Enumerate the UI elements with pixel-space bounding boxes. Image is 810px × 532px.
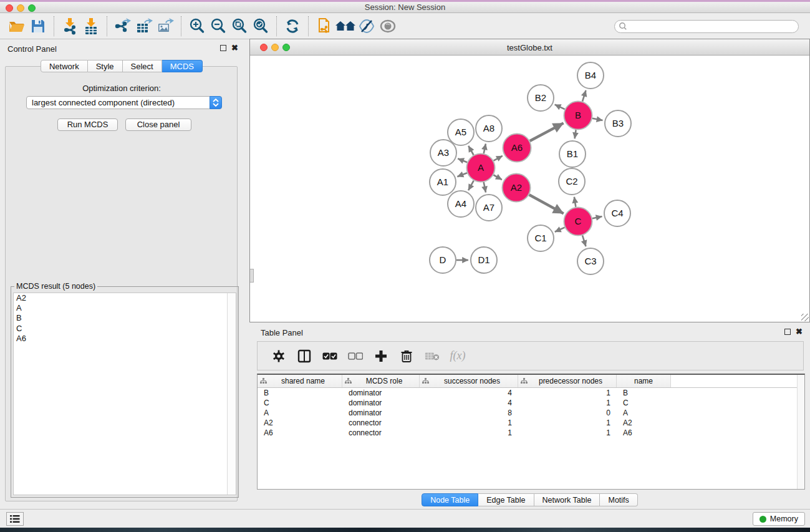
table-cell[interactable]: A2 [617,418,671,427]
show-graphics-button[interactable] [377,16,398,37]
graph-node-C[interactable]: C [564,208,592,236]
hide-labels-button[interactable] [356,16,377,37]
tab-select[interactable]: Select [123,60,162,72]
column-header-successor-nodes[interactable]: successor nodes [420,375,518,387]
table-cell[interactable]: A2 [258,418,342,427]
table-cell[interactable]: dominator [342,409,420,417]
table-cell[interactable]: 1 [518,418,617,427]
table-cell[interactable]: 1 [420,418,518,427]
tab-motifs[interactable]: Motifs [600,493,637,506]
graph-edge-C-C3[interactable] [582,235,586,246]
refresh-button[interactable] [282,16,303,37]
graph-node-A1[interactable]: A1 [430,169,456,195]
table-cell[interactable]: 1 [518,428,617,437]
graph-edge-A-A2[interactable] [493,175,501,180]
table-cell[interactable]: B [617,389,671,397]
mcds-result-item[interactable]: B [14,313,236,323]
graph-node-C3[interactable]: C3 [577,248,604,274]
zoom-selected-button[interactable] [250,16,271,37]
zoom-out-button[interactable] [208,16,229,37]
graph-node-B3[interactable]: B3 [605,110,631,137]
zoom-fit-button[interactable] [229,16,250,37]
mcds-list-scrollbar[interactable] [227,293,236,495]
graph-node-A8[interactable]: A8 [476,115,502,142]
graph-node-A[interactable]: A [467,154,495,182]
table-cell[interactable]: 1 [518,389,617,397]
delete-column-button[interactable] [399,349,414,364]
table-cell[interactable]: A [617,409,671,417]
table-cell[interactable]: 1 [518,399,617,407]
column-header-mcds-role[interactable]: MCDS role [342,375,420,387]
float-table-panel-icon[interactable] [784,329,791,335]
window-resize-grip[interactable] [801,314,809,321]
function-builder-button[interactable]: f(x) [450,349,465,364]
table-cell[interactable]: dominator [342,389,420,397]
column-view-button[interactable] [297,349,312,364]
table-cell[interactable]: C [617,399,671,407]
table-cell[interactable]: connector [342,418,420,427]
graph-node-D[interactable]: D [430,247,456,273]
search-input[interactable] [627,22,794,31]
table-cell[interactable]: B [258,389,342,397]
clone-network-button[interactable] [314,16,335,37]
graph-edge-B-B1[interactable] [575,130,576,138]
graph-edge-A-A6[interactable] [494,156,503,161]
graph-edge-B-B4[interactable] [582,90,586,102]
table-cell[interactable]: 4 [420,399,518,407]
task-history-button[interactable] [6,512,24,526]
deselect-all-button[interactable] [348,349,363,364]
graph-node-B2[interactable]: B2 [528,85,554,111]
mcds-result-item[interactable]: C [14,324,236,334]
table-row[interactable]: Cdominator41C [258,398,804,408]
close-panel-icon[interactable]: ✖ [231,45,238,51]
graph-node-A4[interactable]: A4 [448,191,474,217]
graph-node-A6[interactable]: A6 [503,134,531,162]
graph-node-C2[interactable]: C2 [559,168,585,195]
mcds-result-item[interactable]: A6 [14,334,236,344]
graph-edge-A-A8[interactable] [484,143,486,153]
table-row[interactable]: Adominator80A [258,408,804,418]
table-settings-button[interactable] [271,349,286,364]
search-field[interactable] [614,20,799,33]
graph-edge-A-A3[interactable] [458,158,467,162]
table-cell[interactable]: A [258,409,342,417]
graph-node-D1[interactable]: D1 [471,247,497,273]
graph-node-B[interactable]: B [564,102,592,130]
mcds-result-item[interactable]: A2 [14,293,236,303]
graph-node-B1[interactable]: B1 [559,141,586,167]
graph-node-A7[interactable]: A7 [476,195,502,221]
splitpane-grip[interactable] [250,269,254,283]
close-table-panel-icon[interactable]: ✖ [796,329,803,335]
graph-edge-A6-B[interactable] [530,123,564,141]
close-panel-button[interactable]: Close panel [125,118,191,131]
graph-edge-C-C2[interactable] [574,197,576,207]
criterion-dropdown[interactable]: largest connected component (directed) [26,96,222,109]
graph-node-C1[interactable]: C1 [528,225,554,251]
tab-node-table[interactable]: Node Table [422,493,478,506]
export-table-button[interactable] [133,16,155,37]
table-cell[interactable]: A6 [617,428,671,437]
column-header-shared-name[interactable]: shared name [258,375,342,387]
table-cell[interactable]: dominator [342,399,420,407]
graph-edge-B-B3[interactable] [592,118,602,120]
table-cell[interactable]: A6 [258,428,342,437]
graph-node-B4[interactable]: B4 [577,62,604,89]
graph-node-A3[interactable]: A3 [430,140,456,166]
table-cell[interactable]: 0 [518,409,617,417]
mcds-result-item[interactable]: A [14,303,236,313]
network-graph[interactable]: B4B2BB3A5A8A6B1A3AA1C2A2A4A7C4CC1C3DD1 [250,56,809,322]
graph-edge-A-A4[interactable] [468,181,474,191]
network-window-titlebar[interactable]: testGlobe.txt [250,39,809,56]
import-table-button[interactable] [80,16,102,37]
open-session-button[interactable] [6,16,27,37]
table-scrollbar[interactable] [797,375,804,489]
run-mcds-button[interactable]: Run MCDS [57,118,118,131]
zoom-in-button[interactable] [186,16,208,37]
graph-edge-B-B2[interactable] [555,105,565,109]
column-header-predecessor-nodes[interactable]: predecessor nodes [518,375,617,387]
delete-table-button[interactable] [425,349,440,364]
graph-edge-A-A5[interactable] [468,146,473,155]
table-cell[interactable]: 1 [420,428,518,437]
graph-node-C4[interactable]: C4 [604,200,630,226]
graph-edge-C-C1[interactable] [555,228,565,232]
